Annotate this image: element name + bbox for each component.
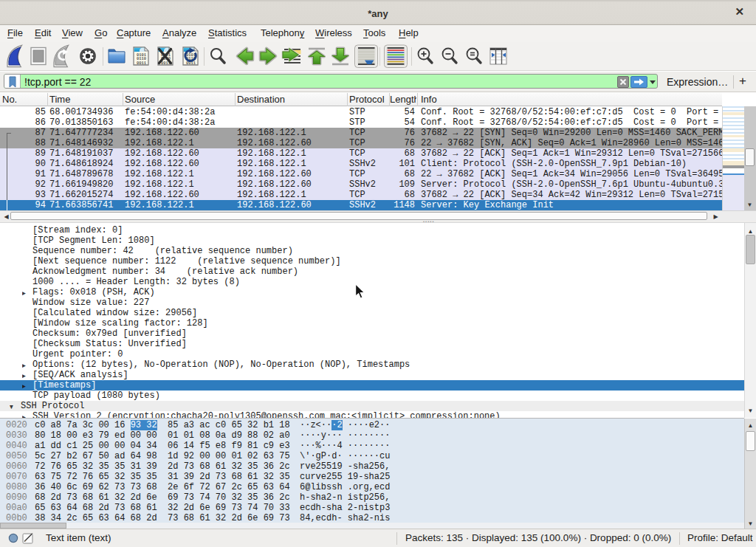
- svg-text:0011: 0011: [137, 61, 146, 66]
